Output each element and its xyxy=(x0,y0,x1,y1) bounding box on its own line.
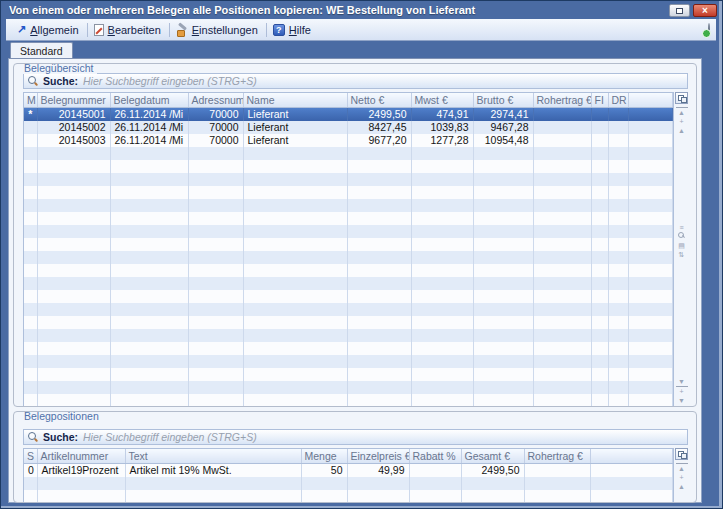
table-row-empty xyxy=(24,199,673,212)
table-row-empty xyxy=(24,238,673,251)
column-header-name[interactable]: Name xyxy=(243,93,347,107)
column-header-menge[interactable]: Menge xyxy=(301,449,347,463)
cell-status: 0 xyxy=(24,463,37,477)
cell-fi xyxy=(591,134,608,147)
restore-button[interactable] xyxy=(669,4,690,17)
search-icon xyxy=(28,432,38,442)
cell-marker xyxy=(24,134,37,147)
column-header-rohertrag[interactable]: Rohertrag € xyxy=(533,93,591,107)
scroll-up-icon[interactable]: ▲ xyxy=(676,482,688,491)
beleg-grid: M Belegnummer Belegdatum Adressnumm Name… xyxy=(23,92,674,407)
menu-allgemein[interactable]: ↗ Allgemein xyxy=(12,21,86,39)
beleg-grid-header-row: M Belegnummer Belegdatum Adressnumm Name… xyxy=(24,93,673,107)
cell-filler xyxy=(628,107,673,121)
column-header-belegdatum[interactable]: Belegdatum xyxy=(110,93,188,107)
add-icon[interactable]: + xyxy=(676,473,688,482)
menu-bearbeiten[interactable]: Bearbeiten xyxy=(89,21,168,39)
scroll-up-icon[interactable]: ▲ xyxy=(676,126,688,135)
table-row-empty xyxy=(24,381,673,394)
column-header-netto[interactable]: Netto € xyxy=(347,93,411,107)
sort-icon[interactable]: ⇅ xyxy=(676,250,688,259)
positionen-grid-header-row: S Artikelnummer Text Menge Einzelpreis €… xyxy=(24,449,673,463)
column-header-filler xyxy=(628,93,673,107)
table-row-empty xyxy=(24,290,673,303)
cell-dr xyxy=(608,107,628,121)
settings-wrench-icon xyxy=(176,24,188,36)
column-header-artikelnummer[interactable]: Artikelnummer xyxy=(37,449,125,463)
table-row-empty xyxy=(24,225,673,238)
dialog-window: Von einem oder mehreren Belegen alle Pos… xyxy=(0,0,723,509)
close-button[interactable]: × xyxy=(693,4,717,17)
scroll-down-icon[interactable]: ▼ xyxy=(676,396,688,405)
table-row[interactable]: 20145003 26.11.2014 /Mi 70000 Lieferant … xyxy=(24,134,673,147)
column-header-text[interactable]: Text xyxy=(125,449,301,463)
cell-filler xyxy=(628,121,673,134)
positionen-grid: S Artikelnummer Text Menge Einzelpreis €… xyxy=(23,448,674,503)
cell-brutto: 2974,41 xyxy=(473,107,533,121)
cell-belegnummer: 20145001 xyxy=(37,107,110,121)
search-input[interactable] xyxy=(83,75,683,87)
column-header-dr[interactable]: DR xyxy=(608,93,628,107)
cell-mwst: 474,91 xyxy=(411,107,473,121)
column-header-rabatt[interactable]: Rabatt % xyxy=(409,449,461,463)
search-input[interactable] xyxy=(83,431,683,443)
table-row-empty xyxy=(24,277,673,290)
window-controls: × xyxy=(669,4,717,17)
toolbar-right xyxy=(708,24,710,36)
column-header-einzelpreis[interactable]: Einzelpreis € xyxy=(347,449,409,463)
cell-name: Lieferant xyxy=(243,134,347,147)
column-header-fi[interactable]: FI xyxy=(591,93,608,107)
scroll-to-top-icon[interactable]: ▲ xyxy=(676,463,688,473)
main-toolbar: ↗ Allgemein Bearbeiten Einstellungen ? H… xyxy=(6,19,716,41)
table-row-empty xyxy=(24,147,673,160)
tab-standard[interactable]: Standard xyxy=(10,42,73,58)
cell-einzelpreis: 49,99 xyxy=(347,463,409,477)
table-row-empty xyxy=(24,251,673,264)
beleg-search-bar[interactable]: Suche: xyxy=(23,73,688,89)
scroll-to-bottom-icon[interactable]: ▼ xyxy=(676,377,688,387)
magnifier-glyph xyxy=(678,232,685,239)
globe-icon[interactable] xyxy=(708,23,710,37)
cell-name: Lieferant xyxy=(243,121,347,134)
toolbar-separator xyxy=(87,23,88,37)
cell-belegdatum: 26.11.2014 /Mi xyxy=(110,134,188,147)
cell-text: Artikel mit 19% MwSt. xyxy=(125,463,301,477)
menu-einstellungen[interactable]: Einstellungen xyxy=(171,21,265,39)
column-header-gesamt[interactable]: Gesamt € xyxy=(461,449,524,463)
cell-name: Lieferant xyxy=(243,107,347,121)
table-row-empty xyxy=(24,355,673,368)
add-icon[interactable]: + xyxy=(676,117,688,126)
table-row-empty xyxy=(24,503,673,504)
positionen-search-bar[interactable]: Suche: xyxy=(23,429,688,445)
column-header-brutto[interactable]: Brutto € xyxy=(473,93,533,107)
column-header-mwst[interactable]: Mwst € xyxy=(411,93,473,107)
scroll-to-top-icon[interactable]: ▲ xyxy=(676,107,688,117)
cell-belegdatum: 26.11.2014 /Mi xyxy=(110,121,188,134)
menu-lines-icon[interactable]: ≡ xyxy=(676,223,688,232)
column-chooser-button[interactable] xyxy=(675,92,688,104)
grid-view-icon[interactable]: ▤ xyxy=(676,241,688,250)
zoom-icon[interactable] xyxy=(676,232,688,241)
cell-dr xyxy=(608,134,628,147)
cell-brutto: 9467,28 xyxy=(473,121,533,134)
menu-hilfe[interactable]: ? Hilfe xyxy=(268,21,318,39)
tab-strip: Standard xyxy=(8,42,702,58)
cell-brutto: 10954,48 xyxy=(473,134,533,147)
column-header-marker[interactable]: M xyxy=(24,93,37,107)
search-label: Suche: xyxy=(43,431,78,443)
table-row[interactable]: * 20145001 26.11.2014 /Mi 70000 Lieferan… xyxy=(24,107,673,121)
cell-adressnummer: 70000 xyxy=(188,134,243,147)
cell-adressnummer: 70000 xyxy=(188,121,243,134)
column-header-belegnummer[interactable]: Belegnummer xyxy=(37,93,110,107)
group-title: Belegpositionen xyxy=(20,411,103,422)
table-row[interactable]: 0 Artikel19Prozent Artikel mit 19% MwSt.… xyxy=(24,463,673,477)
column-header-status[interactable]: S xyxy=(24,449,37,463)
grid-side-toolbar: ▲ + ▲ xyxy=(674,448,688,503)
column-chooser-button[interactable] xyxy=(675,448,688,460)
help-icon: ? xyxy=(273,24,285,36)
add-icon[interactable]: + xyxy=(676,387,688,396)
column-header-rohertrag[interactable]: Rohertrag € xyxy=(524,449,590,463)
column-header-adressnummer[interactable]: Adressnumm xyxy=(188,93,243,107)
cell-dr xyxy=(608,121,628,134)
table-row[interactable]: 20145002 26.11.2014 /Mi 70000 Lieferant … xyxy=(24,121,673,134)
